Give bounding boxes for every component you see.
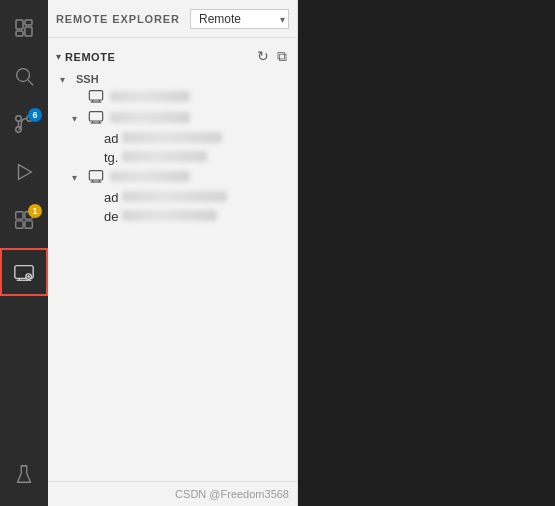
host2-child-ad-label: ad: [100, 131, 118, 146]
host2-child-ad-blurred: [122, 132, 222, 143]
host3-child-de-label: de: [100, 209, 118, 224]
svg-rect-27: [89, 112, 102, 121]
main-area: [298, 0, 555, 506]
svg-rect-31: [89, 171, 102, 180]
sidebar-title: REMOTE EXPLORER: [56, 13, 180, 25]
host3-child-de[interactable]: de: [48, 207, 297, 226]
new-window-button[interactable]: ⧉: [275, 46, 289, 67]
sidebar-header: REMOTE EXPLORER Remote SSH Targets WSL T…: [48, 0, 297, 38]
remote-section-header[interactable]: ▾ REMOTE ↻ ⧉: [48, 42, 297, 71]
activity-item-remote[interactable]: [0, 248, 48, 296]
activity-item-search[interactable]: [0, 52, 48, 100]
sidebar: REMOTE EXPLORER Remote SSH Targets WSL T…: [48, 0, 298, 506]
host2-label: [106, 111, 190, 126]
ssh-chevron-icon: ▾: [60, 74, 76, 85]
source-control-badge: 6: [28, 108, 42, 122]
activity-item-debug[interactable]: [0, 148, 48, 196]
monitor-icon-2: [88, 110, 106, 127]
host2-child-tg-blurred: [122, 151, 207, 162]
host3-child-de-blurred: [122, 210, 217, 221]
svg-rect-3: [16, 31, 23, 36]
refresh-button[interactable]: ↻: [255, 46, 271, 67]
host3-chevron-icon: ▾: [72, 172, 88, 183]
svg-rect-14: [25, 221, 32, 228]
svg-line-5: [28, 80, 33, 85]
svg-rect-11: [16, 212, 23, 219]
monitor-icon-1: [88, 89, 106, 106]
footer-text: CSDN @Freedom3568: [175, 488, 289, 500]
host2-chevron-icon: ▾: [72, 113, 88, 124]
section-label: REMOTE: [65, 51, 115, 63]
ssh-group[interactable]: ▾ SSH: [48, 71, 297, 87]
svg-marker-10: [19, 165, 32, 180]
sidebar-footer: CSDN @Freedom3568: [48, 481, 297, 506]
tree-content: ▾ REMOTE ↻ ⧉ ▾ SSH: [48, 38, 297, 481]
host2-blurred: [110, 112, 190, 123]
svg-rect-1: [25, 20, 32, 25]
host3-child-ad-blurred: [122, 191, 227, 202]
host3-child-ad-label: ad: [100, 190, 118, 205]
svg-rect-23: [89, 91, 102, 100]
svg-point-4: [17, 69, 30, 82]
svg-rect-13: [16, 221, 23, 228]
activity-item-extensions[interactable]: 1: [0, 196, 48, 244]
extensions-badge: 1: [28, 204, 42, 218]
activity-bar: 6 1: [0, 0, 48, 506]
svg-rect-0: [16, 20, 23, 29]
activity-item-source-control[interactable]: 6: [0, 100, 48, 148]
host-item-3[interactable]: ▾: [48, 167, 297, 188]
host-item-1[interactable]: [48, 87, 297, 108]
host2-child-tg-label: tg.: [100, 150, 118, 165]
host2-child-tg-blur: [122, 150, 207, 165]
monitor-icon-3: [88, 169, 106, 186]
activity-item-test[interactable]: [0, 450, 48, 498]
activity-item-explorer[interactable]: [0, 4, 48, 52]
host3-label: [106, 170, 190, 185]
ssh-icon: SSH: [76, 73, 94, 85]
host3-blurred: [110, 171, 190, 182]
section-title-row: ▾ REMOTE: [56, 51, 115, 63]
remote-dropdown[interactable]: Remote SSH Targets WSL Targets: [190, 9, 289, 29]
svg-point-6: [16, 116, 22, 122]
host2-child-tg[interactable]: tg.: [48, 148, 297, 167]
svg-rect-2: [25, 27, 32, 36]
host1-label: [106, 90, 190, 105]
host-item-2[interactable]: ▾: [48, 108, 297, 129]
host3-child-ad[interactable]: ad: [48, 188, 297, 207]
host2-child-ad-blur: [122, 131, 222, 146]
section-chevron-icon: ▾: [56, 51, 61, 62]
dropdown-container[interactable]: Remote SSH Targets WSL Targets ▾: [190, 9, 289, 29]
section-actions: ↻ ⧉: [255, 46, 289, 67]
host2-child-ad[interactable]: ad: [48, 129, 297, 148]
host1-blurred: [110, 91, 190, 102]
